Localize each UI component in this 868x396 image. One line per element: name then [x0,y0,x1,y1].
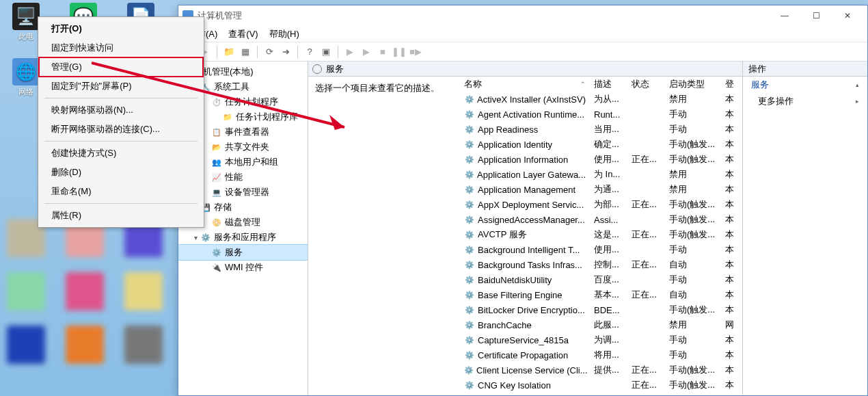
gear-icon: ⚙️ [464,244,475,255]
service-name: ActiveX Installer (AxInstSV) [477,94,586,105]
desktop-icon-blurred[interactable] [124,272,163,311]
ctx-separator [44,141,198,142]
service-row[interactable]: ⚙️Application Information使用...正在...手动(触发… [460,152,742,167]
menu-view[interactable]: 查看(V) [223,27,263,42]
col-status[interactable]: 状态 [627,77,665,92]
services-pane: 服务 选择一个项目来查看它的描述。 名称⌃ 描述 状态 启动类型 登 ⚙️Act… [308,62,743,395]
desktop-icon-blurred[interactable] [66,326,104,364]
service-row[interactable]: ⚙️Certificate Propagation将用...手动本 [460,347,742,362]
tree-services[interactable]: ⚙️服务 [178,245,308,260]
service-name: Background Intelligent T... [478,245,580,255]
service-name: BitLocker Drive Encryptio... [478,305,585,315]
service-row[interactable]: ⚙️BitLocker Drive Encryptio...BDE...手动(触… [460,302,742,317]
gear-icon: ⚙️ [464,184,475,195]
desktop-icon-blurred[interactable] [7,272,45,311]
context-menu: 打开(O) 固定到快速访问 管理(G) 固定到"开始"屏幕(P) 映射网络驱动器… [38,16,204,228]
service-desc: 使用... [590,153,627,166]
desktop-icon-blurred[interactable] [7,326,45,364]
service-row[interactable]: ⚙️AVCTP 服务这是...正在...手动(触发...本 [460,227,742,242]
service-logon: 本 [721,153,735,166]
service-startup: 手动(触发... [665,228,721,241]
desktop-icon-blurred[interactable] [124,326,163,364]
col-startup[interactable]: 启动类型 [665,77,721,92]
service-row[interactable]: ⚙️ActiveX Installer (AxInstSV)为从...禁用本 [460,92,742,107]
service-logon: 本 [721,108,735,120]
col-logon[interactable]: 登 [721,77,735,92]
services-columns: 名称⌃ 描述 状态 启动类型 登 [460,77,742,92]
show-hide-tree-icon[interactable]: ▦ [238,44,253,60]
refresh-icon[interactable]: ⟳ [262,44,277,60]
ctx-manage[interactable]: 管理(G) [39,57,203,77]
menu-help[interactable]: 帮助(H) [264,27,305,42]
service-startup: 手动(触发... [665,304,721,316]
service-row[interactable]: ⚙️CaptureService_4815a为调...手动本 [460,332,742,347]
minimize-button[interactable]: — [769,5,800,26]
service-row[interactable]: ⚙️BaiduNetdiskUtility百度...手动本 [460,272,742,287]
maximize-button[interactable]: ☐ [800,5,832,26]
service-row[interactable]: ⚙️App Readiness当用...手动本 [460,122,742,137]
gear-icon: ⚙️ [464,274,475,285]
tree-services-apps[interactable]: ▾⚙️服务和应用程序 [178,230,308,245]
service-row[interactable]: ⚙️Application Management为通...禁用本 [460,182,742,197]
service-row[interactable]: ⚙️CNG Key Isolation正在...手动(触发...本 [460,378,742,393]
ctx-create-shortcut[interactable]: 创建快捷方式(S) [39,144,203,163]
export-icon[interactable]: ➜ [278,44,293,60]
service-desc: Assi... [590,215,627,225]
service-row[interactable]: ⚙️Background Tasks Infras...控制...正在...自动… [460,257,742,272]
close-button[interactable]: ✕ [832,5,863,26]
ctx-open[interactable]: 打开(O) [39,19,203,38]
ctx-properties[interactable]: 属性(R) [39,206,203,225]
ctx-pin-quick[interactable]: 固定到快速访问 [39,38,203,57]
service-row[interactable]: ⚙️Agent Activation Runtime...Runt...手动本 [460,107,742,122]
service-name: BranchCache [478,320,532,330]
actions-header: 操作 [743,62,867,77]
col-name[interactable]: 名称⌃ [460,77,590,92]
service-startup: 手动 [665,349,721,361]
view-icon[interactable]: ▣ [318,44,334,60]
tree-wmi[interactable]: 🔌WMI 控件 [178,260,308,275]
service-row[interactable]: ⚙️Application Layer Gatewa...为 In...禁用本 [460,167,742,182]
help-icon[interactable]: ? [302,44,317,60]
gear-icon: ⚙️ [464,199,475,210]
service-startup: 禁用 [665,93,721,105]
titlebar[interactable]: 计算机管理 — ☐ ✕ [178,5,867,26]
ctx-map-drive[interactable]: 映射网络驱动器(N)... [39,101,203,120]
desktop-icon-blurred[interactable] [66,272,104,311]
service-row[interactable]: ⚙️Background Intelligent T...使用...手动本 [460,242,742,257]
service-desc: 当用... [590,123,627,135]
gear-icon: ⚙️ [464,229,475,240]
service-desc: 为从... [590,93,627,105]
folder-icon[interactable]: 📁 [221,44,236,60]
service-row[interactable]: ⚙️AppX Deployment Servic...为部...正在...手动(… [460,197,742,212]
service-logon: 本 [721,334,735,346]
ctx-separator [44,203,198,204]
gear-icon: ⚙️ [464,139,475,150]
service-startup: 手动 [665,243,721,256]
service-desc: 为调... [590,334,627,346]
service-startup: 手动(触发... [665,379,721,391]
ctx-pin-start[interactable]: 固定到"开始"屏幕(P) [39,77,203,96]
stop-service-icon: ■ [375,44,390,60]
service-status: 正在... [627,379,665,391]
ctx-rename[interactable]: 重命名(M) [39,182,203,201]
service-status: 正在... [627,228,665,241]
service-row[interactable]: ⚙️BranchCache此服...禁用网 [460,317,742,332]
service-row[interactable]: ⚙️Client License Service (Cli...提供...正在.… [460,362,742,378]
ctx-disconnect-drive[interactable]: 断开网络驱动器的连接(C)... [39,120,203,139]
service-logon: 本 [721,168,735,181]
service-row[interactable]: ⚙️AssignedAccessManager...Assi...手动(触发..… [460,212,742,227]
service-logon: 本 [721,349,735,361]
col-desc[interactable]: 描述 [590,77,627,92]
gear-icon: ⚙️ [464,380,475,391]
service-status: 正在... [627,364,665,376]
service-desc: 为部... [590,198,627,211]
service-name: App Readiness [478,124,538,135]
service-logon: 本 [721,243,735,256]
service-row[interactable]: ⚙️Application Identity确定...手动(触发...本 [460,137,742,152]
service-row[interactable]: ⚙️Base Filtering Engine基本...正在...自动本 [460,287,742,302]
ctx-delete[interactable]: 删除(D) [39,163,203,182]
gear-icon: ⚙️ [464,334,475,345]
service-name: Application Management [478,185,575,195]
actions-more-operations[interactable]: 更多操作▸ [743,93,867,109]
description-hint: 选择一个项目来查看它的描述。 [315,83,439,93]
